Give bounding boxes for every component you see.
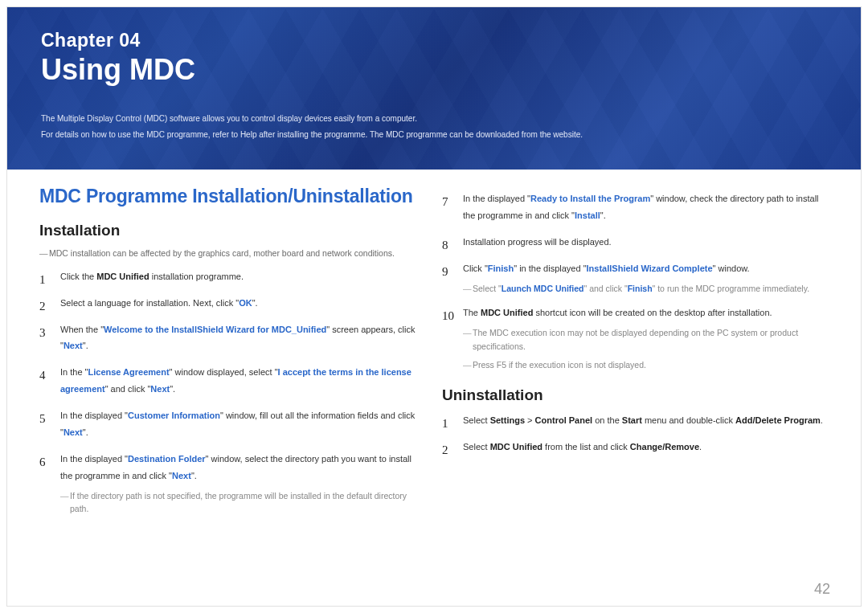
document-page: Chapter 04 Using MDC The Multiple Displa… [6, 6, 862, 607]
step-6: In the displayed "Destination Folder" wi… [39, 451, 426, 516]
chapter-intro: The Multiple Display Control (MDC) softw… [41, 112, 827, 141]
chapter-label: Chapter 04 [41, 30, 827, 51]
step-9: Click "Finish" in the displayed "Install… [442, 260, 829, 296]
step-9-note: Select "Launch MDC Unified" and click "F… [463, 282, 829, 296]
step-10: The MDC Unified shortcut icon will be cr… [442, 304, 829, 371]
step-2: Select a language for installation. Next… [39, 295, 426, 312]
intro-line-1: The Multiple Display Control (MDC) softw… [41, 112, 827, 125]
uninstallation-heading: Uninstallation [442, 386, 829, 404]
page-number: 42 [814, 581, 830, 598]
intro-line-2: For details on how to use the MDC progra… [41, 129, 827, 141]
step-10-note-1: The MDC execution icon may not be displa… [463, 326, 829, 353]
content-area: MDC Programme Installation/Uninstallatio… [7, 170, 861, 525]
right-column: In the displayed "Ready to Install the P… [442, 186, 829, 525]
installation-heading: Installation [39, 222, 426, 239]
uninstall-step-2: Select MDC Unified from the list and cli… [442, 439, 829, 456]
uninstall-step-1: Select Settings > Control Panel on the S… [442, 412, 829, 429]
step-3: When the "Welcome to the InstallShield W… [39, 321, 426, 355]
step-10-note-2: Press F5 if the execution icon is not di… [463, 358, 829, 372]
installation-note: MDC installation can be affected by the … [39, 247, 426, 260]
step-4: In the "License Agreement" window displa… [39, 364, 426, 398]
installation-steps-cont: In the displayed "Ready to Install the P… [442, 190, 829, 372]
step-7: In the displayed "Ready to Install the P… [442, 190, 829, 224]
step-1: Click the MDC Unified installation progr… [39, 268, 426, 285]
step-5: In the displayed "Customer Information" … [39, 407, 426, 441]
step-8: Installation progress will be displayed. [442, 234, 829, 251]
installation-steps: Click the MDC Unified installation progr… [39, 268, 426, 517]
left-column: MDC Programme Installation/Uninstallatio… [39, 186, 426, 525]
section-title: MDC Programme Installation/Uninstallatio… [39, 186, 426, 207]
step-6-note: If the directory path is not specified, … [60, 489, 426, 517]
chapter-banner: Chapter 04 Using MDC The Multiple Displa… [7, 7, 861, 170]
chapter-title: Using MDC [41, 53, 827, 87]
uninstallation-steps: Select Settings > Control Panel on the S… [442, 412, 829, 456]
